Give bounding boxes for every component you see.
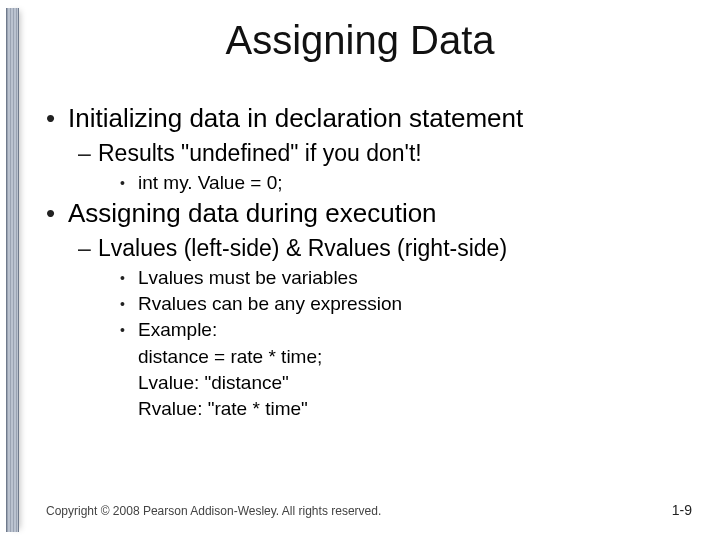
- bullet-level1: Initializing data in declaration stateme…: [40, 102, 690, 135]
- slide: Assigning Data Initializing data in decl…: [0, 0, 720, 540]
- bullet-continuation: Rvalue: "rate * time": [138, 397, 690, 421]
- bullet-level2: Results "undefined" if you don't!: [74, 139, 690, 168]
- footer-copyright: Copyright © 2008 Pearson Addison-Wesley.…: [46, 504, 381, 518]
- slide-title: Assigning Data: [0, 18, 720, 63]
- bullet-level3: Lvalues must be variables: [116, 266, 690, 290]
- bullet-level1: Assigning data during execution: [40, 197, 690, 230]
- bullet-level2: Lvalues (left-side) & Rvalues (right-sid…: [74, 234, 690, 263]
- bullet-continuation: Lvalue: "distance": [138, 371, 690, 395]
- bullet-level3: Rvalues can be any expression: [116, 292, 690, 316]
- slide-content: Initializing data in declaration stateme…: [40, 100, 690, 424]
- side-accent-bar: [6, 8, 19, 532]
- bullet-continuation: distance = rate * time;: [138, 345, 690, 369]
- bullet-level3: int my. Value = 0;: [116, 171, 690, 195]
- footer-page-number: 1-9: [672, 502, 692, 518]
- bullet-level3: Example:: [116, 318, 690, 342]
